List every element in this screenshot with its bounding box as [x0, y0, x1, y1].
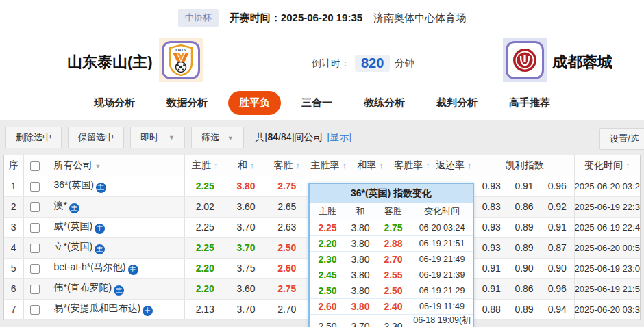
col-home-win[interactable]: 主胜 ↑ [184, 155, 225, 176]
popup-change-time: 06-19 11:49 [411, 302, 473, 311]
tab-win-draw-lose[interactable]: 胜平负 [228, 91, 281, 115]
tab-live-analysis[interactable]: 现场分析 [83, 91, 146, 115]
away-odds-cell[interactable]: 2.63 [267, 217, 308, 237]
away-odds-cell[interactable]: 2.70 [267, 299, 308, 319]
tab-expert-picks[interactable]: 高手推荐 [498, 91, 561, 115]
away-odds-cell[interactable]: 2.50 [267, 237, 308, 258]
col-away-rate[interactable]: 客胜率 ↑ [391, 155, 433, 176]
toolbar: 删除选中 保留选中 即时 ▼ 筛选 ▼ 共[84/84]间公司 [显示] 设置/… [0, 120, 644, 155]
row-checkbox[interactable] [30, 305, 40, 315]
tab-referee-analysis[interactable]: 裁判分析 [425, 91, 488, 115]
row-checkbox[interactable] [30, 223, 40, 233]
countdown-value: 820 [355, 55, 390, 72]
svg-text:LNTS: LNTS [175, 48, 186, 52]
col-home-rate[interactable]: 主胜率 ↑ [308, 155, 349, 176]
row-checkbox[interactable] [30, 182, 40, 192]
draw-odds-cell[interactable]: 3.70 [225, 299, 267, 319]
keep-selected-button[interactable]: 保留选中 [68, 127, 124, 148]
draw-odds-cell[interactable]: 3.75 [225, 258, 267, 278]
time-filter-value: 即时 [140, 131, 158, 144]
kelly-away-cell: 0.96 [541, 278, 574, 299]
home-odds-cell[interactable]: 2.20 [184, 258, 225, 278]
popup-home-odds: 2.60 [310, 301, 345, 312]
company-name[interactable]: 伟*(直布罗陀) [54, 282, 112, 293]
company-name[interactable]: 立*(英国) [54, 241, 93, 252]
show-link[interactable]: [显示] [327, 131, 351, 144]
away-odds-cell[interactable]: 2.65 [267, 196, 308, 217]
home-odds-cell[interactable]: 2.25 [184, 237, 225, 258]
away-team-logo [503, 38, 547, 82]
popup-draw-odds: 3.80 [345, 238, 375, 249]
delete-selected-button[interactable]: 删除选中 [5, 127, 62, 148]
col-seq: 序 [4, 155, 23, 176]
home-odds-cell[interactable]: 2.20 [184, 278, 225, 299]
company-name[interactable]: bet-at-h*(马尔他) [54, 261, 126, 272]
popup-away-odds: 2.70 [375, 254, 411, 265]
col-away-win[interactable]: 客胜 ↑ [267, 155, 308, 176]
kelly-home-cell: 0.91 [475, 278, 508, 299]
home-badge: 主 [96, 183, 106, 193]
popup-away-odds: 2.88 [375, 238, 411, 249]
away-odds-cell[interactable]: 2.60 [267, 258, 308, 278]
popup-row: 2.50 3.80 2.50 06-19 21:29 [310, 283, 473, 299]
tab-coach-analysis[interactable]: 教练分析 [353, 91, 416, 115]
kelly-home-cell: 0.93 [475, 237, 508, 258]
row-seq: 6 [4, 278, 23, 299]
home-badge: 主 [128, 265, 138, 275]
col-change-time[interactable]: 变化时间 ↑ [574, 155, 640, 176]
company-name[interactable]: 威*(英国) [54, 220, 93, 231]
away-odds-cell[interactable]: 2.75 [267, 176, 308, 196]
away-team-name: 成都蓉城 [552, 52, 612, 73]
home-odds-cell[interactable]: 2.25 [184, 217, 225, 237]
row-checkbox[interactable] [30, 244, 40, 253]
row-seq: 2 [4, 196, 23, 217]
home-odds-cell[interactable]: 2.13 [184, 299, 225, 319]
kelly-draw-cell: 0.90 [508, 258, 541, 278]
settings-button[interactable]: 设置/选 [599, 128, 644, 150]
filter-dropdown[interactable]: 筛选 ▼ [191, 127, 244, 148]
draw-odds-cell[interactable]: 3.70 [225, 237, 267, 258]
col-draw[interactable]: 和 ↑ [225, 155, 267, 176]
popup-home-odds: 2.25 [310, 222, 345, 233]
col-draw-rate[interactable]: 和率 ↑ [349, 155, 391, 176]
row-checkbox[interactable] [30, 285, 40, 294]
sort-up-icon: ↑ [467, 160, 472, 170]
match-info-bar: 中协杯 开赛时间：2025-06-20 19:35 济南奥体中心体育场 [0, 0, 644, 36]
col-return-rate[interactable]: 返还率 ↑ [433, 155, 475, 176]
sort-up-icon: ↑ [626, 160, 630, 170]
draw-odds-cell[interactable]: 3.60 [225, 196, 267, 217]
away-odds-cell[interactable]: 2.75 [267, 278, 308, 299]
popup-change-time: 06-19 21:29 [411, 286, 473, 296]
row-seq: 3 [4, 217, 23, 237]
company-name[interactable]: 澳* [54, 200, 67, 211]
home-odds-cell[interactable]: 2.02 [184, 196, 225, 217]
countdown-unit: 分钟 [395, 57, 414, 70]
sort-up-icon: ↑ [342, 160, 347, 170]
change-time-cell: 2025-06-20 03:30 [574, 299, 640, 319]
filter-label: 筛选 [201, 132, 219, 142]
venue-label: 济南奥体中心体育场 [373, 12, 466, 25]
analysis-tabs: 现场分析 数据分析 胜平负 三合一 教练分析 裁判分析 高手推荐 [0, 86, 644, 120]
kelly-home-cell: 0.93 [475, 176, 508, 196]
tab-data-analysis[interactable]: 数据分析 [156, 91, 219, 115]
kelly-home-cell: 0.93 [475, 217, 508, 237]
row-checkbox[interactable] [30, 202, 40, 212]
popup-rows: 2.25 3.80 2.75 06-20 03:24 2.20 3.80 2.8… [310, 220, 473, 327]
popup-row: 2.30 3.80 2.70 06-19 21:49 [310, 252, 473, 267]
company-name[interactable]: 36*(英国) [54, 179, 94, 190]
company-name[interactable]: 易*(安提瓜和巴布达) [54, 302, 141, 313]
popup-home-odds: 2.50 [310, 285, 345, 296]
col-company[interactable]: 所有公司 ▼ [47, 155, 184, 176]
row-checkbox[interactable] [30, 264, 40, 274]
time-filter-dropdown[interactable]: 即时 ▼ [130, 127, 185, 148]
draw-odds-cell[interactable]: 3.80 [225, 176, 267, 196]
kelly-away-cell: 0.96 [541, 176, 574, 196]
home-badge: 主 [95, 224, 105, 234]
tab-three-in-one[interactable]: 三合一 [290, 91, 343, 115]
draw-odds-cell[interactable]: 3.70 [225, 217, 267, 237]
draw-odds-cell[interactable]: 3.60 [225, 278, 267, 299]
select-all-checkbox[interactable] [30, 161, 40, 171]
popup-home-odds: 2.20 [310, 238, 345, 249]
home-odds-cell[interactable]: 2.25 [184, 176, 225, 196]
popup-row: 2.45 3.80 2.55 06-19 21:39 [310, 267, 473, 283]
